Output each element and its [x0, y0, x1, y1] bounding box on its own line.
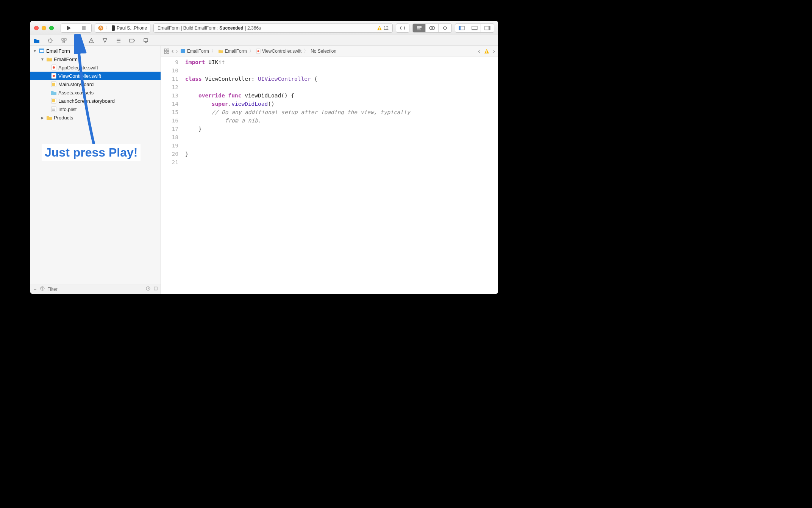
debug-navigator-tab[interactable]: [115, 37, 122, 44]
assistant-editor-button[interactable]: [426, 24, 439, 32]
jump-bar: ‹ › EmailForm 〉 EmailForm 〉 ViewControll…: [161, 46, 498, 56]
next-issue-button[interactable]: ›: [493, 48, 495, 55]
activity-viewer[interactable]: EmailForm | Build EmailForm: Succeeded |…: [153, 24, 393, 33]
tree-label: EmailForm: [46, 48, 70, 54]
svg-rect-3: [112, 25, 115, 31]
navigator-footer: ＋: [30, 284, 161, 294]
tree-file[interactable]: LaunchScreen.storyboard: [30, 97, 161, 105]
jumpbar-symbol[interactable]: No Selection: [311, 49, 336, 54]
svg-rect-39: [144, 39, 148, 42]
panel-toggle-group: [455, 24, 494, 33]
toggle-debug-button[interactable]: [468, 24, 481, 32]
source-control-navigator-tab[interactable]: [47, 37, 54, 44]
forward-button[interactable]: ›: [176, 48, 178, 55]
device-icon: [112, 25, 115, 31]
svg-line-30: [78, 41, 80, 43]
scm-filter-icon[interactable]: [153, 286, 158, 292]
svg-rect-1: [82, 26, 86, 30]
recent-filter-icon[interactable]: [145, 286, 151, 292]
toggle-navigator-button[interactable]: [455, 24, 468, 32]
report-navigator-tab[interactable]: [142, 37, 149, 44]
annotation-text: Just press Play!: [42, 144, 141, 161]
filter-input[interactable]: [47, 287, 143, 292]
svg-rect-5: [379, 27, 379, 29]
svg-point-12: [432, 27, 435, 30]
main-body: ▼ EmailForm ▼ EmailForm: [30, 46, 498, 294]
svg-rect-67: [181, 49, 185, 53]
svg-point-69: [257, 50, 259, 52]
jumpbar-project[interactable]: EmailForm: [180, 49, 209, 54]
standard-editor-button[interactable]: [413, 24, 426, 32]
traffic-lights: [34, 26, 54, 30]
svg-point-33: [91, 42, 92, 42]
tree-file[interactable]: AppDelegate.swift: [30, 63, 161, 72]
tree-file[interactable]: Info.plist: [30, 105, 161, 113]
svg-rect-26: [63, 41, 65, 43]
scheme-selector[interactable]: 〉 Paul S...Phone: [95, 24, 150, 33]
chevron-right-icon: 〉: [249, 48, 254, 54]
svg-rect-72: [486, 52, 487, 53]
version-editor-button[interactable]: [439, 24, 451, 32]
stop-button[interactable]: [76, 24, 91, 32]
back-button[interactable]: ‹: [172, 48, 173, 55]
tree-file[interactable]: Main.storyboard: [30, 80, 161, 88]
navigator-sidebar: ▼ EmailForm ▼ EmailForm: [30, 46, 161, 294]
svg-rect-14: [459, 26, 461, 30]
svg-rect-19: [49, 39, 52, 42]
tree-file[interactable]: Assets.xcassets: [30, 88, 161, 97]
find-navigator-tab[interactable]: [74, 37, 81, 44]
storyboard-icon: [51, 98, 57, 104]
warning-icon: [377, 25, 382, 31]
close-window-button[interactable]: [34, 26, 39, 30]
svg-marker-38: [130, 39, 135, 42]
test-navigator-tab[interactable]: [102, 37, 108, 44]
disclosure-triangle-icon[interactable]: ▼: [40, 57, 45, 61]
folder-icon: [46, 56, 52, 62]
project-navigator-tab[interactable]: [33, 37, 40, 44]
disclosure-triangle-icon[interactable]: ▶: [40, 116, 45, 120]
svg-rect-42: [40, 50, 44, 52]
code-editor[interactable]: 9101112131415161718192021 import UIKit c…: [161, 56, 498, 294]
app-icon: [98, 25, 103, 31]
toggle-utilities-button[interactable]: [481, 24, 494, 32]
zoom-window-button[interactable]: [49, 26, 54, 30]
tree-file-selected[interactable]: ViewController.swift: [30, 72, 161, 80]
plist-icon: [51, 106, 57, 112]
related-items-button[interactable]: [164, 49, 169, 54]
scheme-text: Paul S...Phone: [117, 25, 147, 31]
swift-file-icon: [51, 73, 57, 79]
breakpoint-navigator-tab[interactable]: [129, 37, 136, 44]
run-button[interactable]: [61, 24, 76, 32]
svg-rect-62: [154, 287, 157, 290]
svg-rect-18: [489, 26, 490, 30]
svg-rect-71: [486, 50, 487, 52]
svg-rect-65: [164, 52, 166, 53]
chevron-right-icon: 〉: [304, 48, 308, 54]
svg-rect-24: [62, 39, 64, 40]
assets-icon: [51, 89, 57, 96]
jumpbar-folder[interactable]: EmailForm: [218, 49, 247, 54]
code-snippet-library-button[interactable]: [396, 24, 409, 32]
svg-rect-6: [379, 29, 379, 30]
add-button[interactable]: ＋: [33, 286, 37, 293]
issue-navigator-tab[interactable]: [88, 37, 95, 44]
symbol-navigator-tab[interactable]: [61, 37, 67, 44]
titlebar: 〉 Paul S...Phone EmailForm | Build Email…: [30, 21, 498, 35]
tree-label: Products: [54, 115, 73, 121]
tree-folder[interactable]: ▼ EmailForm: [30, 55, 161, 63]
warning-badge[interactable]: 12: [377, 25, 389, 31]
tree-project-root[interactable]: ▼ EmailForm: [30, 47, 161, 55]
tree-folder-products[interactable]: ▶ Products: [30, 113, 161, 122]
filter-scope-icon[interactable]: [40, 286, 45, 292]
code-body[interactable]: import UIKit class ViewController: UIVie…: [182, 56, 498, 294]
editor-layout-group: [412, 24, 452, 33]
swift-file-icon: [51, 64, 57, 71]
tree-label: ViewController.swift: [58, 73, 101, 79]
disclosure-triangle-icon[interactable]: ▼: [33, 49, 37, 53]
jumpbar-file[interactable]: ViewController.swift: [256, 49, 301, 54]
prev-issue-button[interactable]: ‹: [478, 48, 480, 55]
line-number-gutter: 9101112131415161718192021: [161, 56, 182, 294]
xcode-project-icon: [39, 48, 45, 54]
minimize-window-button[interactable]: [42, 26, 46, 30]
warning-icon[interactable]: [484, 49, 489, 54]
